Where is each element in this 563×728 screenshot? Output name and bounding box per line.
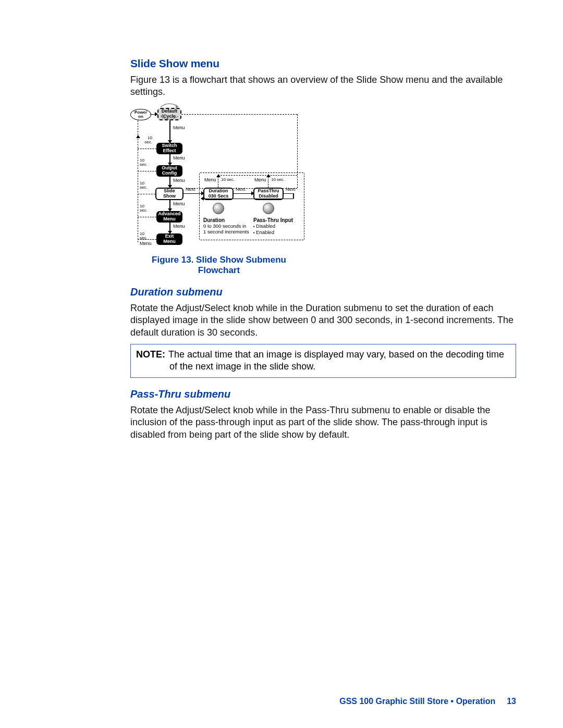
page: Slide Show menu Figure 13 is a flowchart… — [0, 0, 563, 728]
node-advanced-menu: AdvancedMenu — [156, 211, 182, 223]
heading-slide-show-menu: Slide Show menu — [130, 57, 516, 70]
label-next-1: Next — [186, 187, 195, 192]
heading-duration-submenu: Duration submenu — [130, 286, 516, 298]
label-10sec-2: 10sec. — [140, 158, 152, 167]
node-power-on: Poweron — [130, 109, 151, 120]
flowchart-diagram: Poweron DefaultCycle Menu SwitchEffect 1… — [130, 104, 308, 250]
note-text-line1: The actual time that an image is display… — [168, 349, 504, 360]
heading-passthru-submenu: Pass-Thru submenu — [130, 388, 516, 400]
label-menu-5: Menu — [173, 224, 185, 229]
label-menu-1: Menu — [173, 126, 185, 130]
svg-marker-1 — [161, 114, 163, 119]
page-footer: GSS 100 Graphic Still Store • Operation1… — [339, 697, 516, 706]
paragraph-duration: Rotate the Adjust/Select knob while in t… — [130, 302, 516, 339]
cycle-arrows-icon — [156, 103, 182, 120]
node-output-config: OutputConfig — [156, 165, 182, 177]
label-10sec-4: 10sec. — [140, 204, 152, 213]
note-text-line2: of the next image in the slide show. — [136, 361, 510, 373]
footer-text: GSS 100 Graphic Still Store • Operation — [339, 697, 495, 706]
label-menu-bottom: Menu — [140, 241, 152, 246]
label-10sec-3: 10sec. — [140, 181, 152, 190]
label-10sec-5: 10sec. — [140, 232, 152, 240]
submenu-group-border — [199, 172, 304, 240]
figure-caption: Figure 13. Slide Show Submenu Flowchart — [130, 255, 308, 276]
note-label: NOTE: — [136, 349, 168, 360]
footer-page-number: 13 — [495, 697, 516, 706]
label-menu-2: Menu — [173, 156, 185, 161]
node-switch-effect: SwitchEffect — [156, 143, 182, 154]
node-slide-show: SlideShow — [155, 188, 183, 200]
label-menu-3: Menu — [173, 178, 185, 183]
label-menu-4: Menu — [173, 202, 185, 206]
node-exit-menu: ExitMenu — [156, 233, 182, 245]
label-10sec-1: 10sec. — [140, 136, 152, 144]
paragraph-intro: Figure 13 is a flowchart that shows an o… — [130, 74, 516, 98]
note-box: NOTE:The actual time that an image is di… — [130, 344, 516, 378]
paragraph-passthru: Rotate the Adjust/Select knob while in t… — [130, 404, 516, 441]
